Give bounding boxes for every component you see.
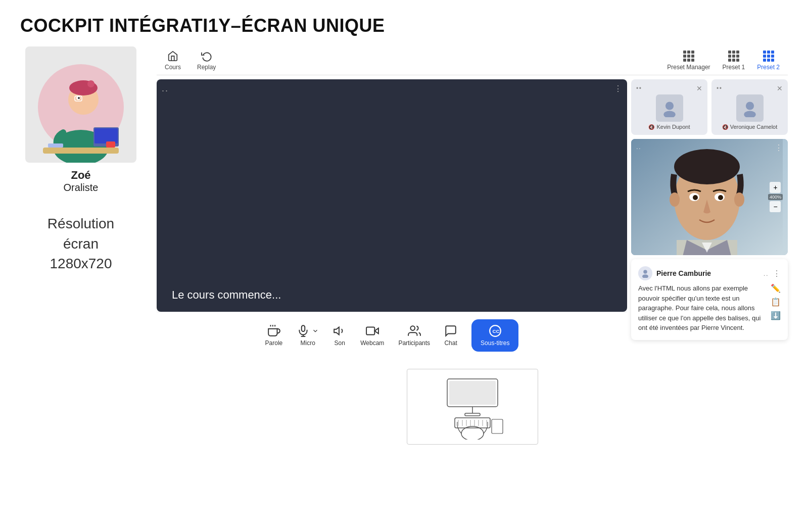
veronique-mic-icon: 🔇	[722, 124, 728, 130]
svg-marker-20	[374, 328, 378, 334]
svg-point-22	[410, 326, 415, 330]
svg-point-26	[663, 111, 675, 117]
veronique-name: Veronique Camelot	[730, 124, 778, 130]
svg-rect-16	[302, 325, 305, 331]
main-video-more[interactable]: ⋮	[614, 84, 622, 93]
edit-icon[interactable]: ✏️	[771, 283, 781, 293]
webcam-button[interactable]: Webcam	[360, 324, 384, 347]
svg-point-4	[87, 80, 94, 87]
svg-point-6	[78, 97, 80, 99]
parole-button[interactable]: Parole	[265, 324, 283, 347]
parole-label: Parole	[265, 340, 283, 347]
participant-row: •• ✕ 🔇 Kevin Dupont	[631, 79, 788, 135]
svg-rect-8	[43, 148, 119, 154]
preset-group: Preset Manager Preset 1	[667, 51, 780, 71]
toolbar: Cours Replay	[157, 46, 788, 75]
caption-text: Le cours commence...	[172, 288, 281, 302]
bottom-controls: Parole	[157, 312, 627, 359]
svg-point-34	[670, 192, 680, 207]
kevin-avatar	[656, 94, 683, 122]
main-video-header: .. ⋮	[157, 79, 627, 98]
message-card: Pierre Camburie .. ⋮ Avec l'HTML nous al…	[631, 259, 788, 340]
sketch-box	[407, 369, 538, 445]
svg-point-27	[745, 102, 753, 110]
kevin-dots[interactable]: ••	[636, 85, 642, 92]
avatar-card	[25, 46, 136, 163]
participant-card-kevin: •• ✕ 🔇 Kevin Dupont	[631, 79, 707, 135]
svg-rect-12	[48, 143, 63, 148]
chat-button[interactable]: Chat	[444, 324, 457, 347]
sender-name: Pierre Camburie	[656, 269, 711, 277]
preset1-button[interactable]: Preset 1	[723, 51, 745, 71]
svg-point-28	[744, 111, 755, 117]
message-sender-row: Pierre Camburie	[638, 266, 711, 280]
kevin-mic-icon: 🔇	[648, 124, 654, 130]
zoom-in-button[interactable]: +	[770, 182, 781, 193]
sous-titres-label: Sous-titres	[481, 340, 509, 347]
zoom-out-button[interactable]: −	[770, 201, 781, 212]
sketch-area	[157, 359, 788, 455]
cours-label: Cours	[165, 64, 181, 71]
main-video-content: Le cours commence...	[157, 98, 627, 312]
svg-rect-43	[449, 381, 496, 405]
webcam-dots[interactable]: ..	[636, 143, 641, 153]
message-text: Avec l'HTML nous allons par exemple pouv…	[638, 283, 767, 333]
right-panel: •• ✕ 🔇 Kevin Dupont	[631, 79, 788, 359]
chat-label: Chat	[444, 340, 457, 347]
resolution-info: Résolution écran 1280x720	[47, 214, 114, 273]
user-name: Zoé	[71, 169, 90, 182]
preset-manager-label: Preset Manager	[667, 64, 710, 71]
svg-rect-21	[366, 327, 374, 334]
participants-button[interactable]: Participants	[398, 324, 430, 347]
copy-icon[interactable]: 📋	[771, 297, 781, 307]
svg-point-35	[734, 192, 744, 207]
sender-avatar	[638, 266, 652, 280]
left-sidebar: Zoé Oraliste Résolution écran 1280x720	[20, 46, 141, 455]
micro-label: Micro	[301, 340, 315, 347]
preset2-button[interactable]: Preset 2	[757, 51, 780, 71]
kevin-name: Kevin Dupont	[656, 124, 690, 130]
right-area: Cours Replay	[157, 46, 788, 455]
message-dots[interactable]: ..	[764, 270, 769, 277]
svg-rect-10	[94, 128, 118, 143]
svg-point-41	[642, 274, 648, 278]
svg-marker-19	[334, 327, 339, 334]
son-button[interactable]: Son	[333, 324, 346, 347]
webcam-label: Webcam	[360, 340, 384, 347]
zoom-controls: + 400% −	[768, 182, 783, 212]
replay-label: Replay	[197, 64, 216, 71]
avatar-illustration	[25, 46, 136, 163]
sketch-svg	[412, 374, 533, 440]
micro-group: Micro	[297, 324, 319, 347]
preset2-label: Preset 2	[757, 64, 780, 71]
message-actions: ✏️ 📋 ⬇️	[771, 283, 781, 333]
svg-text:CC: CC	[492, 328, 499, 334]
replay-button[interactable]: Replay	[197, 51, 216, 71]
svg-point-55	[461, 426, 484, 440]
svg-rect-45	[465, 413, 480, 416]
download-icon[interactable]: ⬇️	[771, 311, 781, 320]
veronique-avatar	[736, 94, 764, 122]
micro-button[interactable]: Micro	[297, 324, 319, 347]
veronique-dots[interactable]: ••	[717, 85, 722, 92]
svg-rect-11	[106, 141, 115, 148]
message-more[interactable]: ⋮	[773, 269, 781, 278]
svg-point-40	[643, 270, 647, 274]
preset-manager-button[interactable]: Preset Manager	[667, 51, 710, 71]
son-label: Son	[335, 340, 345, 347]
preset1-label: Preset 1	[723, 64, 745, 71]
participant-card-veronique: •• ✕ 🔇 Veronique Camelot	[711, 79, 788, 135]
veronique-close[interactable]: ✕	[777, 84, 783, 92]
webcam-more[interactable]: ⋮	[775, 143, 783, 153]
user-role: Oraliste	[64, 182, 99, 194]
sous-titres-button[interactable]: CC Sous-titres	[471, 319, 518, 352]
participants-label: Participants	[398, 340, 430, 347]
webcam-card: .. ⋮ + 400% −	[631, 139, 788, 255]
kevin-close[interactable]: ✕	[696, 84, 702, 92]
svg-rect-56	[492, 419, 503, 433]
zoom-label: 400%	[768, 194, 783, 200]
main-video-dots[interactable]: ..	[162, 83, 169, 94]
main-video-panel: .. ⋮ Le cours commence...	[157, 79, 627, 312]
video-area: .. ⋮ Le cours commence...	[157, 79, 788, 359]
cours-button[interactable]: Cours	[165, 51, 181, 71]
